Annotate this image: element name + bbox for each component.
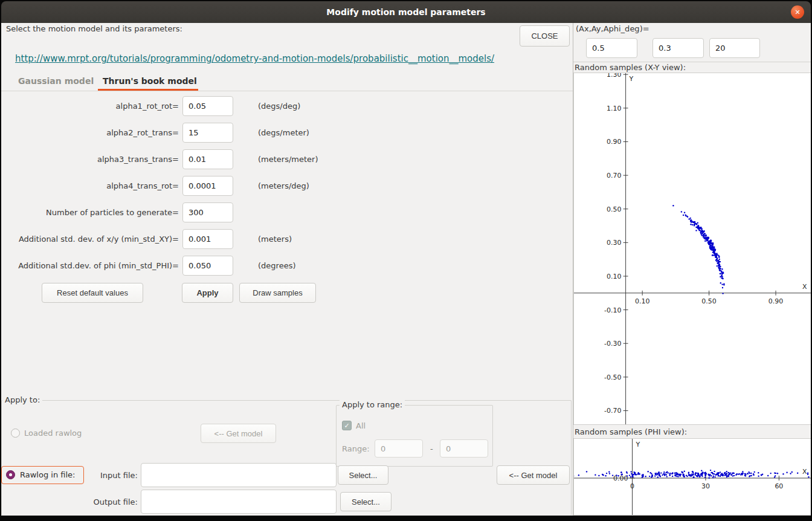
- form-row: alpha3_trans_trans= (meters/meter): [1, 149, 376, 169]
- tab-active-underline: [98, 89, 198, 91]
- y-tick-label: -0.70: [604, 407, 621, 415]
- reset-default-button[interactable]: Reset default values: [42, 283, 143, 303]
- phi-plot-canvas[interactable]: 030600.00YX: [573, 438, 811, 516]
- alpha4-input[interactable]: [182, 176, 233, 196]
- close-icon: ✕: [794, 8, 800, 16]
- apply-to-range-legend: Apply to range:: [340, 400, 405, 410]
- xy-plot-canvas[interactable]: 0.100.500.901.301.100.900.700.500.300.10…: [573, 73, 811, 425]
- titlebar: Modify motion model parameters ✕: [1, 1, 811, 23]
- phi-plot-title: Random samples (PHI view):: [575, 427, 687, 437]
- x-tick-label: 60: [775, 482, 783, 490]
- alpha3-input[interactable]: [182, 149, 233, 169]
- get-model-top-button[interactable]: <-- Get model: [201, 424, 276, 443]
- min-std-phi-input[interactable]: [182, 256, 233, 276]
- x-tick-label: 30: [701, 482, 710, 490]
- input-file-input[interactable]: [141, 463, 337, 487]
- check-icon: ✓: [344, 422, 349, 430]
- output-file-input[interactable]: [141, 490, 337, 514]
- loaded-rawlog-radio[interactable]: [11, 429, 20, 438]
- x-axis-label: X: [802, 283, 807, 291]
- rawlog-in-file-label: Rawlog in file:: [20, 470, 75, 480]
- loaded-rawlog-label: Loaded rawlog: [24, 429, 82, 438]
- form-row: Number of particles to generate=: [1, 202, 376, 222]
- range-to-input[interactable]: [440, 439, 488, 458]
- all-checkbox[interactable]: ✓: [342, 421, 352, 430]
- y-tick-label: -0.50: [604, 374, 621, 381]
- range-label: Range:: [342, 444, 370, 454]
- x-tick-label: 0.10: [635, 297, 650, 305]
- y-tick-label: 1.10: [607, 105, 622, 112]
- y-tick-label: 0.10: [607, 273, 622, 280]
- input-file-label: Input file:: [80, 471, 138, 481]
- form-row: Additional std.dev. of phi (min_std_PHI)…: [1, 256, 376, 276]
- apply-to-legend: Apply to:: [2, 395, 42, 405]
- rawlog-in-file-radio[interactable]: [6, 470, 15, 479]
- get-model-bottom-button[interactable]: <-- Get model: [497, 465, 570, 485]
- tutorial-link[interactable]: http://www.mrpt.org/tutorials/programmin…: [15, 53, 494, 64]
- param-label: alpha4_trans_rot=: [1, 181, 179, 190]
- y-tick-label: -0.10: [604, 306, 621, 314]
- param-label: Additional std. dev. of x/y (min_std_XY)…: [1, 235, 179, 244]
- pose-label: (Ax,Ay,Aphi_deg)=: [576, 24, 649, 34]
- close-window-button[interactable]: ✕: [791, 5, 804, 19]
- y-tick-label: 0.50: [607, 205, 622, 213]
- param-unit: (degs/deg): [258, 102, 300, 111]
- param-label: alpha1_rot_rot=: [1, 102, 179, 111]
- param-label: alpha3_trans_trans=: [1, 155, 179, 164]
- y-tick-label: 0.70: [607, 172, 622, 180]
- tab-gaussian-model[interactable]: Gaussian model: [18, 76, 94, 86]
- y-tick-label: 0.90: [607, 138, 622, 146]
- xy-plot-title: Random samples (X-Y view):: [575, 63, 686, 73]
- x-tick-label: 0: [630, 482, 634, 490]
- apply-button[interactable]: Apply: [182, 283, 233, 303]
- all-label: All: [356, 421, 366, 431]
- param-label: Number of particles to generate=: [1, 208, 179, 217]
- select-input-file-button[interactable]: Select...: [338, 465, 388, 485]
- y-tick-label: -0.30: [604, 340, 621, 348]
- form-row: alpha2_rot_trans= (degs/meter): [1, 123, 376, 143]
- window-title: Modify motion model parameters: [326, 7, 485, 17]
- select-output-file-button[interactable]: Select...: [340, 492, 392, 511]
- alpha2-input[interactable]: [182, 123, 233, 143]
- param-unit: (meters/meter): [258, 155, 318, 164]
- plot-background: [574, 73, 811, 424]
- param-unit: (degs/meter): [258, 128, 309, 137]
- dialog-body: Select the motion model and its paramete…: [1, 23, 811, 516]
- close-button[interactable]: CLOSE: [520, 25, 570, 47]
- prompt-text: Select the motion model and its paramete…: [6, 24, 182, 34]
- pose-phi-input[interactable]: [709, 38, 760, 58]
- x-axis-label: X: [802, 468, 807, 476]
- particles-input[interactable]: [182, 202, 233, 222]
- min-std-xy-input[interactable]: [182, 229, 233, 249]
- tab-thrun-model[interactable]: Thrun's book model: [103, 76, 197, 86]
- param-unit: (meters): [258, 235, 292, 244]
- range-from-input[interactable]: [375, 439, 423, 458]
- x-tick-label: 0.90: [768, 297, 784, 305]
- draw-samples-button[interactable]: Draw samples: [239, 283, 316, 303]
- output-file-label: Output file:: [80, 497, 138, 507]
- y-tick-label: 1.30: [607, 73, 622, 79]
- param-label: alpha2_rot_trans=: [1, 128, 179, 137]
- param-label: Additional std.dev. of phi (min_std_PHI)…: [1, 261, 179, 270]
- pose-x-input[interactable]: [586, 38, 637, 58]
- param-unit: (degrees): [258, 261, 295, 270]
- y-axis-label: Y: [636, 441, 640, 448]
- form-row: alpha4_trans_rot= (meters/deg): [1, 176, 376, 196]
- alpha1-input[interactable]: [182, 96, 233, 116]
- y-tick-label: 0.00: [613, 474, 628, 482]
- param-unit: (meters/deg): [258, 181, 309, 190]
- form-row: Additional std. dev. of x/y (min_std_XY)…: [1, 229, 376, 249]
- pose-y-input[interactable]: [652, 38, 704, 58]
- y-tick-label: 0.30: [607, 239, 622, 247]
- range-dash: -: [430, 444, 433, 454]
- x-tick-label: 0.50: [701, 297, 717, 305]
- form-row: alpha1_rot_rot= (degs/deg): [1, 96, 376, 116]
- y-axis-label: Y: [629, 75, 634, 83]
- tabbar-divider: [1, 91, 573, 91]
